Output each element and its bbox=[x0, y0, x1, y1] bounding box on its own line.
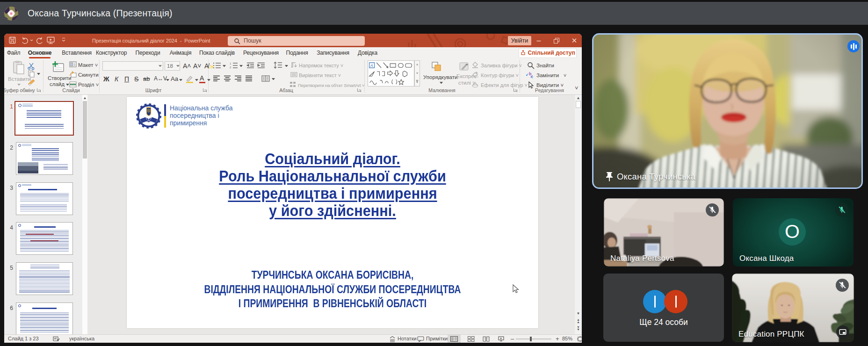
svg-text:A: A bbox=[370, 63, 373, 68]
svg-text:2: 2 bbox=[230, 66, 231, 69]
svg-text:посередництва і: посередництва і bbox=[170, 112, 219, 119]
svg-text:Національна служба: Національна служба bbox=[170, 104, 233, 112]
svg-text:примирення: примирення bbox=[170, 119, 207, 127]
svg-text:c: c bbox=[531, 74, 533, 79]
svg-text:1: 1 bbox=[230, 62, 231, 65]
